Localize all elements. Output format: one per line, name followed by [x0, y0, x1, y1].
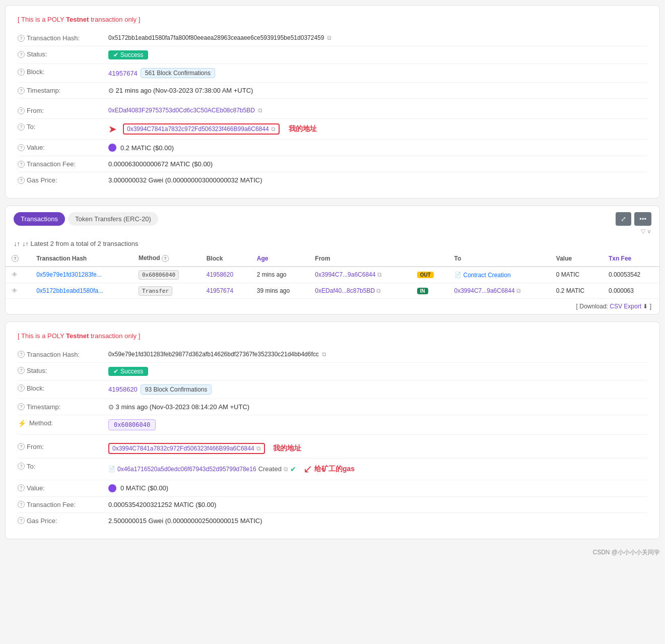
copy-icon[interactable]: ⧉	[516, 287, 521, 294]
filter-info: ↓↑ ↓↑ Latest 2 from a total of 2 transac…	[6, 237, 659, 250]
sort-icon: ↓↑	[14, 240, 20, 247]
method-badge-2: 0x60806040	[108, 419, 156, 430]
copy-icon[interactable]: ⧉	[271, 125, 276, 133]
help-icon[interactable]: ?	[18, 403, 25, 410]
confirmations-badge: 561 Block Confirmations	[141, 68, 215, 78]
copy-icon[interactable]: ⧉	[376, 287, 381, 294]
row2-gas-price: ? Gas Price: 2.500000015 Gwei (0.0000000…	[18, 513, 647, 529]
row2-to-link[interactable]: 0x3994C7...9a6C6844	[454, 287, 515, 294]
filter-icon[interactable]: ▽ ∨	[641, 228, 651, 235]
help-icon[interactable]: ?	[18, 177, 25, 184]
row1-value: 0 MATIC	[550, 267, 603, 283]
help-icon[interactable]: ?	[18, 351, 25, 358]
row-timestamp: ? Timestamp: ⊙ 21 mins ago (Nov-03-2023 …	[18, 83, 647, 99]
help-icon[interactable]: ?	[18, 443, 25, 450]
help-icon[interactable]: ?	[18, 517, 25, 524]
row1-from-link[interactable]: 0x3994C7...9a6C6844	[315, 271, 375, 278]
row-value: ? Value: 0.2 MATIC ($0.00)	[18, 140, 647, 156]
row2-value: 0.2 MATIC	[550, 283, 603, 298]
col-tx-hash: Transaction Hash	[30, 250, 132, 267]
row1-age: 2 mins ago	[251, 267, 309, 283]
row1-tx-hash-link[interactable]: 0x59e79e1fd301283fe...	[36, 271, 101, 278]
watermark: CSDN @小小小小关同学	[5, 546, 660, 557]
block-number-link-2[interactable]: 41958620	[108, 385, 138, 393]
verified-icon: ✔	[290, 465, 296, 473]
row1-block-link[interactable]: 41958620	[207, 271, 233, 278]
eye-icon[interactable]: 👁	[12, 287, 18, 294]
help-icon[interactable]: ?	[18, 69, 25, 76]
copy-icon[interactable]: ⧉	[377, 271, 382, 278]
help-icon[interactable]: ?	[18, 107, 25, 114]
col-method: Method ?	[132, 250, 201, 267]
csv-export-row: [ Download: CSV Export ⬇ ]	[6, 299, 659, 314]
row2-block: ? Block: 41958620 93 Block Confirmations	[18, 380, 647, 399]
transactions-table-card: Transactions Token Transfers (ERC-20) ⤢ …	[5, 206, 660, 314]
transactions-table-wrap: ? Transaction Hash Method ? Block Age Fr…	[6, 250, 659, 299]
transaction-card-2: [ This is a POLY Testnet transaction onl…	[5, 321, 660, 539]
help-icon-col[interactable]: ?	[12, 255, 19, 262]
row2-fee: 0.000063	[603, 283, 659, 298]
tab-transactions[interactable]: Transactions	[14, 212, 65, 226]
eye-icon[interactable]: 👁	[12, 271, 18, 278]
annotation-gas: 给矿工的gas	[314, 465, 355, 474]
row-block: ? Block: 41957674 561 Block Confirmation…	[18, 64, 647, 83]
help-icon[interactable]: ?	[18, 87, 25, 94]
col-txn-fee: Txn Fee	[603, 250, 659, 267]
annotation-arrow-2: ↙	[303, 463, 312, 476]
help-icon[interactable]: ?	[18, 463, 25, 470]
more-options-btn[interactable]: •••	[634, 212, 651, 226]
row1-to-link[interactable]: Contract Creation	[463, 272, 511, 279]
tab-token-transfers[interactable]: Token Transfers (ERC-20)	[68, 212, 158, 226]
to-address-link[interactable]: 0x3994C7841a7832c972Fd506323f466B99a6C68…	[127, 125, 269, 133]
copy-icon[interactable]: ⧉	[258, 107, 262, 114]
from-address-link-2[interactable]: 0x3994C7841a7832c972Fd506323f466B99a6C68…	[112, 445, 254, 452]
copy-icon[interactable]: ⧉	[327, 34, 331, 41]
testnet-banner-2: [ This is a POLY Testnet transaction onl…	[18, 332, 647, 340]
copy-icon[interactable]: ⧉	[322, 351, 326, 358]
expand-icon-btn[interactable]: ⤢	[616, 212, 631, 226]
to-address-highlight: 0x3994C7841a7832c972Fd506323f466B99a6C68…	[123, 123, 280, 135]
tabs-header: Transactions Token Transfers (ERC-20) ⤢ …	[6, 206, 659, 226]
row2-tx-hash-link[interactable]: 0x5172bb1eabd1580fa...	[36, 287, 103, 294]
help-icon[interactable]: ?	[18, 384, 25, 392]
to-contract-link[interactable]: 0x46a1716520a5d0edc06f67943d52d95799d78e…	[117, 466, 256, 473]
row2-from-link[interactable]: 0xEDaf40...8c87b5BD	[315, 287, 375, 294]
help-icon[interactable]: ?	[18, 35, 25, 42]
help-icon[interactable]: ?	[18, 484, 25, 491]
timestamp-value-2: ⊙ 3 mins ago (Nov-03-2023 08:14:20 AM +U…	[108, 403, 249, 411]
transaction-card-1: [ This is a POLY Testnet transaction onl…	[5, 5, 660, 199]
tx-hash-value-2: 0x59e79e1fd301283feb29877d362afb14626bdf…	[108, 351, 319, 358]
help-icon[interactable]: ?	[18, 161, 25, 168]
copy-icon[interactable]: ⧉	[284, 466, 288, 473]
doc-icon: 📄	[108, 466, 115, 472]
copy-icon[interactable]: ⧉	[256, 445, 261, 452]
help-icon[interactable]: ?	[18, 367, 25, 374]
help-icon[interactable]: ?	[18, 51, 25, 58]
row-gas-price: ? Gas Price: 3.000000032 Gwei (0.0000000…	[18, 172, 647, 188]
col-value: Value	[550, 250, 603, 267]
testnet-banner-1: [ This is a POLY Testnet transaction onl…	[18, 16, 647, 23]
tx-fee-value: 0.000063000000672 MATIC ($0.00)	[108, 160, 213, 168]
from-address-link[interactable]: 0xEDaf4083F29753753d0Cd6c3C50ACEb08c87b5…	[108, 107, 255, 114]
transactions-table: ? Transaction Hash Method ? Block Age Fr…	[6, 250, 659, 299]
help-icon[interactable]: ?	[18, 123, 25, 131]
block-number-link[interactable]: 41957674	[108, 70, 138, 77]
row2-status: ? Status: ✔ Success	[18, 363, 647, 380]
row2-from: ? From: 0x3994C7841a7832c972Fd506323f466…	[18, 439, 647, 459]
csv-export-link[interactable]: CSV Export	[610, 303, 641, 310]
col-from: From	[309, 250, 411, 267]
col-block: Block	[201, 250, 251, 267]
from-address-highlight-2: 0x3994C7841a7832c972Fd506323f466B99a6C68…	[108, 443, 265, 454]
row2-block-link[interactable]: 41957674	[207, 287, 233, 294]
table-row: 👁 0x59e79e1fd301283fe... 0x60806040 4195…	[6, 267, 659, 283]
contract-doc-icon: 📄	[454, 272, 461, 278]
tx-hash-value: 0x5172bb1eabd1580fa7fa800f80eeaea28963ce…	[108, 34, 324, 41]
timestamp-value: ⊙ 21 mins ago (Nov-03-2023 07:38:00 AM +…	[108, 87, 253, 94]
row-tx-hash: ? Transaction Hash: 0x5172bb1eabd1580fa7…	[18, 30, 647, 46]
created-label: Created	[258, 465, 282, 473]
help-icon[interactable]: ?	[18, 501, 25, 508]
help-icon[interactable]: ?	[18, 144, 25, 151]
row2-method-badge: Transfer	[139, 286, 172, 296]
row1-fee: 0.00053542	[603, 267, 659, 283]
row-status: ? Status: ✔ Success	[18, 46, 647, 64]
